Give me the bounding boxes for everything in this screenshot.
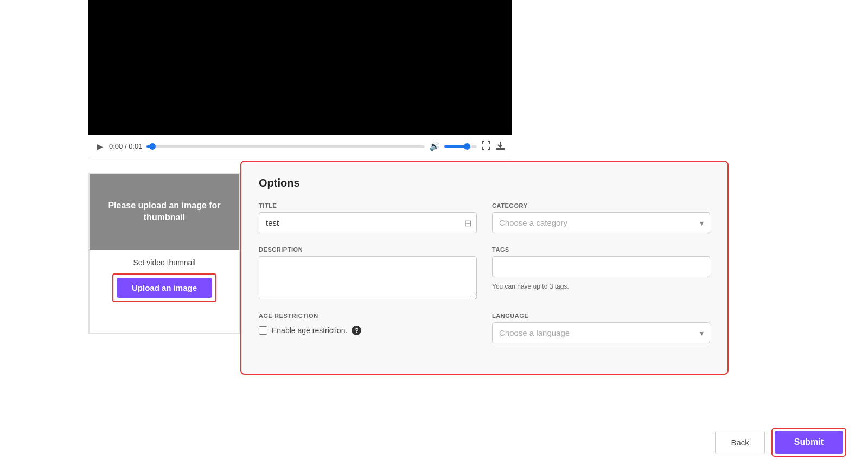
progress-thumb: [149, 143, 156, 150]
language-select-wrapper: Choose a language ▾: [492, 322, 710, 343]
title-input-icon: ⊟: [464, 218, 471, 228]
description-input[interactable]: [259, 256, 477, 299]
thumbnail-placeholder-text: Please upload an image for thumbnail: [90, 200, 239, 224]
tags-hint: You can have up to 3 tags.: [492, 283, 710, 290]
age-restriction-row: Enable age restriction. ?: [259, 326, 477, 335]
options-title: Options: [259, 177, 710, 189]
title-label: TITLE: [259, 202, 477, 209]
category-label: CATEGORY: [492, 202, 710, 209]
title-input-wrapper: ⊟: [259, 212, 477, 233]
progress-bar[interactable]: [146, 145, 425, 148]
tags-input[interactable]: [492, 256, 710, 277]
age-restriction-label: AGE RESTRICTION: [259, 312, 477, 319]
download-button[interactable]: [495, 141, 505, 152]
age-restriction-text: Enable age restriction.: [272, 326, 347, 335]
category-select-wrapper: Choose a category ▾: [492, 212, 710, 233]
language-label: LANGUAGE: [492, 312, 710, 319]
play-button[interactable]: ▶: [95, 142, 105, 151]
video-controls: ▶ 0:00 / 0:01 🔊: [88, 135, 512, 158]
description-label: DESCRIPTION: [259, 246, 477, 253]
options-panel: Options TITLE ⊟ CATEGORY Choose a catego…: [240, 161, 729, 375]
thumbnail-bottom: Set video thumnail Upload an image: [90, 250, 239, 311]
fullscreen-button[interactable]: [481, 141, 491, 152]
submit-btn-wrapper: Submit: [771, 428, 846, 457]
bottom-actions: Back Submit: [715, 428, 846, 457]
language-select[interactable]: Choose a language: [492, 322, 710, 343]
volume-thumb: [464, 143, 470, 150]
video-section: ▶ 0:00 / 0:01 🔊: [88, 0, 512, 158]
tags-label: TAGS: [492, 246, 710, 253]
back-button[interactable]: Back: [715, 431, 764, 454]
title-input[interactable]: [259, 212, 477, 233]
form-group-category: CATEGORY Choose a category ▾: [492, 202, 710, 233]
form-group-tags: TAGS You can have up to 3 tags.: [492, 246, 710, 299]
form-row-title-category: TITLE ⊟ CATEGORY Choose a category ▾: [259, 202, 710, 233]
thumbnail-section: Please upload an image for thumbnail Set…: [88, 173, 240, 334]
time-display: 0:00 / 0:01: [109, 142, 142, 150]
upload-image-button[interactable]: Upload an image: [117, 278, 212, 298]
form-group-age-restriction: AGE RESTRICTION Enable age restriction. …: [259, 312, 477, 343]
thumbnail-placeholder: Please upload an image for thumbnail: [90, 174, 239, 250]
video-player: [88, 0, 512, 135]
form-row-age-language: AGE RESTRICTION Enable age restriction. …: [259, 312, 710, 343]
set-thumbnail-label: Set video thumnail: [133, 258, 195, 267]
age-restriction-help-icon[interactable]: ?: [352, 326, 361, 335]
form-group-title: TITLE ⊟: [259, 202, 477, 233]
form-group-language: LANGUAGE Choose a language ▾: [492, 312, 710, 343]
age-restriction-checkbox[interactable]: [259, 326, 267, 335]
form-group-description: DESCRIPTION: [259, 246, 477, 299]
volume-bar[interactable]: [444, 145, 477, 148]
upload-btn-wrapper: Upload an image: [112, 273, 216, 302]
form-row-description-tags: DESCRIPTION TAGS You can have up to 3 ta…: [259, 246, 710, 299]
category-select[interactable]: Choose a category: [492, 212, 710, 233]
volume-icon[interactable]: 🔊: [429, 141, 440, 151]
submit-button[interactable]: Submit: [775, 431, 843, 454]
